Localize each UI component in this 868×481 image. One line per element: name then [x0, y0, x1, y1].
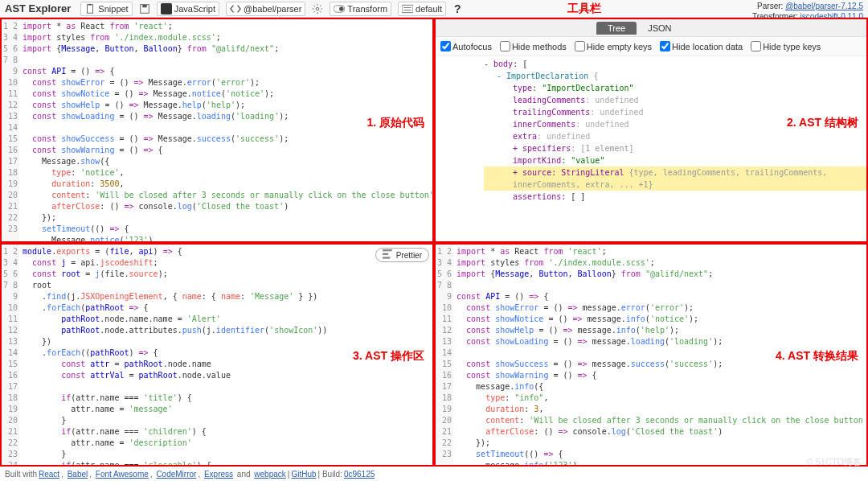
- hide-empty-keys-checkbox[interactable]: Hide empty keys: [575, 41, 652, 51]
- svg-rect-1: [89, 3, 92, 5]
- parser-label: @babel/parser: [244, 4, 301, 14]
- parser-version-link[interactable]: @babel/parser-7.12.5: [785, 2, 863, 10]
- toggle-icon: [334, 3, 345, 14]
- hide-methods-checkbox[interactable]: Hide methods: [500, 41, 567, 51]
- transform-menu[interactable]: Transform: [330, 2, 391, 16]
- transform-pane: Prettier 1 2 3 4 5 6 7 8 9 10 11 12 13 1…: [0, 243, 434, 467]
- svg-rect-3: [142, 4, 146, 7]
- code-icon: [230, 3, 241, 14]
- toolbar: AST Explorer Snippet JavaScript @babel/p…: [0, 0, 868, 18]
- tab-tree[interactable]: Tree: [596, 22, 637, 35]
- autofocus-checkbox[interactable]: Autofocus: [440, 41, 492, 51]
- ast-tree-pane: Tree JSON Autofocus Hide methods Hide em…: [434, 18, 868, 243]
- tree-body[interactable]: - body: [ - ImportDeclaration { type: "I…: [436, 56, 866, 241]
- snippet-menu[interactable]: Snippet: [80, 2, 132, 16]
- transformer-menu[interactable]: default: [398, 2, 446, 16]
- save-icon[interactable]: [139, 3, 150, 14]
- app-title: AST Explorer: [5, 2, 71, 14]
- transform-code[interactable]: module.exports = (file, api) => { const …: [19, 245, 432, 465]
- output-gutter: 1 2 3 4 5 6 7 8 9 10 11 12 13 14 15 16 1…: [436, 245, 453, 465]
- svg-point-7: [339, 6, 344, 11]
- svg-rect-8: [402, 5, 413, 12]
- svg-rect-0: [88, 4, 93, 13]
- main-grid: 1 2 3 4 5 6 7 8 9 10 11 12 13 14 15 16 1…: [0, 18, 868, 467]
- settings-icon[interactable]: [312, 3, 323, 14]
- footer-prefix: Built with: [5, 470, 37, 479]
- output-code[interactable]: import * as React from 'react'; import s…: [453, 245, 866, 465]
- transform-label: Transform: [347, 4, 387, 14]
- svg-point-5: [317, 7, 320, 10]
- svg-rect-4: [161, 3, 172, 14]
- keyboard-icon: [402, 3, 413, 14]
- github-link[interactable]: GitHub: [291, 470, 316, 479]
- language-label: JavaScript: [174, 4, 215, 14]
- transformer-label: default: [416, 4, 442, 14]
- parser-info-label: Parser:: [757, 2, 783, 10]
- parser-menu[interactable]: @babel/parser: [226, 2, 305, 16]
- transform-gutter: 1 2 3 4 5 6 7 8 9 10 11 12 13 14 15 16 1…: [2, 245, 19, 465]
- snippet-label: Snippet: [98, 4, 128, 14]
- source-gutter: 1 2 3 4 5 6 7 8 9 10 11 12 13 14 15 16 1…: [2, 19, 19, 241]
- output-pane: 1 2 3 4 5 6 7 8 9 10 11 12 13 14 15 16 1…: [434, 243, 868, 467]
- tab-json[interactable]: JSON: [637, 22, 682, 35]
- clipboard-icon: [84, 3, 96, 14]
- build-link[interactable]: 0c96125: [344, 470, 375, 479]
- tree-toolbar: Autofocus Hide methods Hide empty keys H…: [436, 37, 866, 56]
- footer-links: React, Babel, Font Awesome, CodeMirror, …: [37, 470, 288, 479]
- footer-link[interactable]: Express: [204, 470, 233, 479]
- source-code[interactable]: import * as React from 'react'; import s…: [19, 19, 432, 241]
- footer-link[interactable]: Font Awesome: [96, 470, 149, 479]
- watermark: © 51CTO博客: [807, 456, 862, 468]
- hide-location-data-checkbox[interactable]: Hide location data: [660, 41, 743, 51]
- help-button[interactable]: ?: [454, 2, 461, 15]
- hide-type-keys-checkbox[interactable]: Hide type keys: [751, 41, 821, 51]
- footer-link[interactable]: webpack: [254, 470, 285, 479]
- footer: Built with React, Babel, Font Awesome, C…: [0, 467, 868, 481]
- js-icon: [161, 3, 172, 14]
- footer-link[interactable]: Babel: [68, 470, 88, 479]
- tree-tabs: Tree JSON: [436, 19, 866, 37]
- footer-link[interactable]: CodeMirror: [156, 470, 196, 479]
- language-menu[interactable]: JavaScript: [157, 2, 219, 16]
- source-pane: 1 2 3 4 5 6 7 8 9 10 11 12 13 14 15 16 1…: [0, 18, 434, 243]
- footer-link[interactable]: React: [39, 470, 59, 479]
